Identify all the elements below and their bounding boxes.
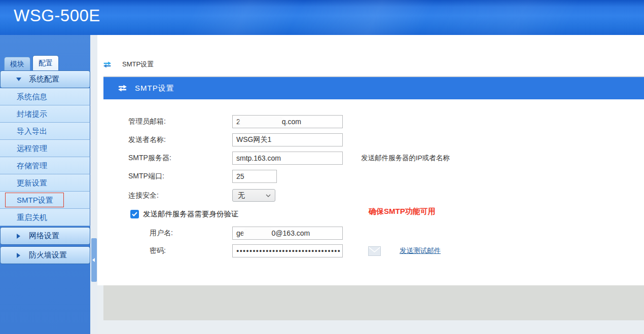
row-security: 连接安全: 无: [128, 189, 275, 202]
value-suffix: q.com: [282, 118, 301, 126]
password-input[interactable]: ●●●●●●●●●●●●●●●●●●●●●●●●●●●●●●●●: [232, 244, 343, 257]
auth-checkbox[interactable]: [130, 210, 139, 218]
sidebar-item-update-settings[interactable]: 更新设置: [0, 174, 90, 192]
tab-modules[interactable]: 模块: [4, 57, 30, 70]
sidebar-tabs: 模块 配置: [4, 55, 59, 70]
panel-header: SMTP设置: [103, 77, 644, 99]
redaction-blur: [241, 118, 281, 126]
sidebar-item-smtp-settings[interactable]: SMTP设置: [0, 192, 90, 209]
app-window: WSG-500E 模块 配置 系统配置 系统信息 封堵提示 导入导出 远程管理 …: [0, 0, 644, 334]
username-label: 用户名:: [128, 229, 232, 238]
row-password: 密码: ●●●●●●●●●●●●●●●●●●●●●●●●●●●●●●●● 发送测…: [128, 244, 441, 257]
swap-arrows-icon: [118, 85, 127, 92]
sidebar-collapse-handle[interactable]: [91, 238, 97, 282]
smtp-port-input[interactable]: [232, 170, 277, 183]
triangle-down-icon: [16, 78, 21, 81]
row-auth-checkbox: 发送邮件服务器需要身份验证: [130, 209, 239, 219]
smtp-note: 确保SMTP功能可用: [369, 207, 436, 216]
chevron-down-icon: [266, 194, 271, 197]
row-smtp-server: SMTP服务器: 发送邮件服务器的IP或者名称: [128, 152, 450, 165]
sidebar-item-block-notice[interactable]: 封堵提示: [0, 105, 90, 123]
app-title: WSG-500E: [14, 6, 100, 25]
security-label: 连接安全:: [128, 191, 232, 200]
sidebar-section-system-config[interactable]: 系统配置: [0, 70, 90, 88]
username-input[interactable]: ge 0@163.com: [232, 227, 343, 240]
sidebar-item-label: SMTP设置: [17, 196, 53, 204]
admin-email-label: 管理员邮箱:: [128, 117, 232, 126]
smtp-port-label: SMTP端口:: [128, 172, 232, 181]
breadcrumb-title: SMTP设置: [122, 60, 154, 69]
sidebar-menu: 系统配置 系统信息 封堵提示 导入导出 远程管理 存储管理 更新设置 SMTP设…: [0, 70, 90, 264]
value-suffix: 0@163.com: [272, 229, 310, 237]
smtp-server-input[interactable]: [232, 152, 343, 165]
triangle-right-icon: [17, 253, 20, 258]
admin-email-input[interactable]: 2 q.com: [232, 115, 343, 128]
sidebar-item-reboot-shutdown[interactable]: 重启关机: [0, 209, 90, 226]
main-content: SMTP设置 SMTP设置 管理员邮箱: 2: [97, 35, 644, 334]
auth-checkbox-label: 发送邮件服务器需要身份验证: [143, 209, 239, 219]
sidebar-item-system-info[interactable]: 系统信息: [0, 88, 90, 105]
collapse-left-icon: [92, 258, 95, 262]
triangle-right-icon: [17, 234, 20, 239]
sender-name-input[interactable]: [232, 133, 343, 146]
sidebar-item-remote-mgmt[interactable]: 远程管理: [0, 140, 90, 157]
content-sheet: SMTP设置 SMTP设置 管理员邮箱: 2: [97, 35, 644, 285]
breadcrumb: SMTP设置: [103, 60, 154, 69]
smtp-server-hint: 发送邮件服务器的IP或者名称: [361, 154, 450, 163]
row-admin-email: 管理员邮箱: 2 q.com: [128, 115, 343, 128]
panel-title: SMTP设置: [135, 84, 174, 93]
check-icon: [132, 212, 137, 216]
top-banner: WSG-500E: [0, 0, 644, 35]
sidebar-item-storage-mgmt[interactable]: 存储管理: [0, 157, 90, 174]
sidebar-section-firewall-settings[interactable]: 防火墙设置: [0, 246, 90, 264]
sidebar-item-import-export[interactable]: 导入导出: [0, 123, 90, 140]
smtp-server-label: SMTP服务器:: [128, 154, 232, 163]
section-label: 系统配置: [29, 75, 59, 84]
sidebar-divider: [90, 35, 97, 334]
sidebar: 模块 配置 系统配置 系统信息 封堵提示 导入导出 远程管理 存储管理 更新设置…: [0, 35, 90, 334]
row-smtp-port: SMTP端口:: [128, 170, 277, 183]
smtp-form: 管理员邮箱: 2 q.com 发送者名称: SMTP服务器:: [103, 99, 644, 285]
row-sender-name: 发送者名称:: [128, 133, 343, 146]
send-test-mail-link[interactable]: 发送测试邮件: [400, 246, 441, 255]
value-prefix: ge: [236, 229, 244, 237]
envelope-icon: [368, 246, 381, 256]
password-label: 密码:: [128, 246, 232, 255]
section-label: 网络设置: [29, 231, 59, 241]
panel-footer-bar: [103, 285, 644, 320]
security-select[interactable]: 无: [232, 189, 275, 202]
sender-name-label: 发送者名称:: [128, 135, 232, 144]
sidebar-section-network-settings[interactable]: 网络设置: [0, 227, 90, 245]
selected-option: 无: [238, 191, 245, 200]
tab-config[interactable]: 配置: [32, 55, 59, 70]
smtp-panel: SMTP设置 管理员邮箱: 2 q.com 发送者名称:: [103, 76, 644, 285]
redaction-blur: [245, 230, 271, 237]
swap-arrows-icon: [103, 61, 112, 68]
row-username: 用户名: ge 0@163.com: [128, 227, 343, 240]
section-label: 防火墙设置: [29, 250, 67, 260]
value-prefix: 2: [236, 118, 240, 126]
